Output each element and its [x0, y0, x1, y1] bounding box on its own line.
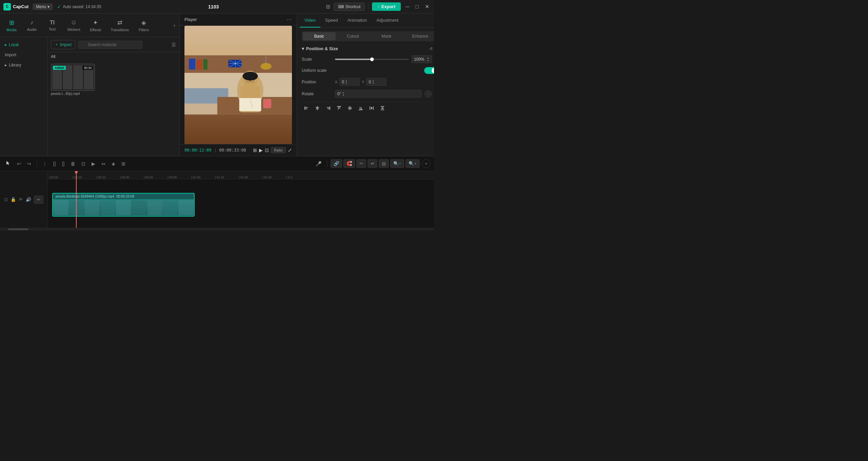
zoom-in-btn[interactable]: 🔍+ — [406, 159, 420, 168]
align-top-btn[interactable] — [334, 104, 344, 113]
player-menu-button[interactable]: ⋯ — [287, 16, 292, 23]
uniform-scale-toggle[interactable] — [424, 67, 434, 74]
tab-text[interactable]: TI Text — [42, 17, 62, 34]
tab-media[interactable]: ⊞ Media — [1, 16, 22, 35]
sidebar-item-library[interactable]: ▶ Library — [0, 60, 47, 70]
trim-right-btn[interactable]: |] — [60, 160, 67, 168]
align-left-btn[interactable] — [302, 104, 311, 113]
crop-btn[interactable]: ⊡ — [79, 160, 87, 168]
subtab-basic[interactable]: Basic — [303, 32, 336, 40]
import-button[interactable]: ＋ Import — [51, 40, 75, 49]
scale-slider[interactable] — [335, 59, 409, 60]
select-tool-btn[interactable] — [3, 159, 13, 168]
media-item[interactable]: Added 00:34 pexels-t...80p).mp4 — [51, 64, 95, 153]
media-menu-button[interactable]: ☰ — [172, 42, 176, 47]
tab-speed[interactable]: Speed — [320, 14, 343, 27]
split-btn[interactable]: ⋮ — [40, 160, 49, 168]
autosave-check-icon: ✓ — [57, 4, 61, 9]
shortcut-button[interactable]: ⌨ Shortcut — [334, 3, 365, 11]
fullscreen-btn[interactable]: ⤢ — [288, 147, 292, 153]
scale-down-btn[interactable]: ▼ — [427, 59, 430, 62]
tab-video[interactable]: Video — [300, 14, 320, 27]
cut-btn[interactable]: ✂ — [356, 159, 366, 168]
scale-slider-area: 100% ▲ ▼ — [335, 55, 432, 63]
tab-adjustment[interactable]: Adjustment — [372, 14, 403, 27]
align-distribute-v-btn[interactable] — [378, 104, 387, 113]
align-bottom-btn[interactable] — [356, 104, 366, 113]
main-area: ⊞ Media ♪ Audio TI Text ☺ Stickers ✦ Eff… — [0, 14, 434, 156]
track-lock-icon-btn[interactable]: 🔒 — [11, 197, 16, 202]
redo-btn[interactable]: ↪ — [25, 160, 33, 168]
link-audio-btn[interactable]: 🔗 — [331, 159, 342, 168]
tab-effects[interactable]: ✦ Effects — [85, 16, 106, 35]
minimize-button[interactable]: ─ — [404, 4, 411, 10]
x-down-btn[interactable]: ▼ — [345, 82, 348, 84]
tab-filters[interactable]: ◈ Filters — [134, 16, 154, 35]
maximize-button[interactable]: □ — [414, 4, 420, 10]
export-button[interactable]: ↑ Export — [372, 2, 401, 11]
video-clip[interactable]: pexels-thirdman-5649464 (1080p).mp4 00:0… — [52, 193, 195, 217]
subtab-cutout[interactable]: Cutout — [336, 32, 369, 40]
subtab-mask[interactable]: Mask — [370, 32, 403, 40]
add-track-btn[interactable]: ＋ — [422, 159, 431, 168]
color-btn[interactable]: ◈ — [110, 160, 117, 168]
timeline-scrollbar[interactable] — [0, 228, 434, 230]
trim-left-btn[interactable]: [| — [51, 160, 58, 168]
tri-library-icon: ▶ — [5, 64, 7, 67]
sidebar-item-import[interactable]: Import — [0, 50, 47, 60]
tab-transitions[interactable]: ⇄ Transitions — [106, 16, 134, 35]
play-button[interactable]: ▶ — [259, 147, 263, 153]
nav-expand-button[interactable]: › — [171, 20, 178, 31]
screenshot-btn[interactable]: ⊡ — [265, 147, 269, 153]
y-input[interactable]: 0 ▲ ▼ — [366, 78, 387, 86]
grid-view-btn[interactable]: ⊞ — [253, 147, 257, 153]
zoom-out-btn[interactable]: 🔍− — [390, 159, 405, 168]
svg-rect-51 — [381, 107, 383, 109]
tab-animation[interactable]: Animation — [342, 14, 372, 27]
y-up-btn[interactable]: ▲ — [372, 79, 375, 82]
scale-input[interactable]: 100% ▲ ▼ — [412, 55, 432, 63]
layout-icon-btn[interactable]: ⊞ — [326, 3, 330, 10]
magnetic-btn[interactable]: 🧲 — [343, 159, 355, 168]
audio-monitor-btn[interactable]: 🎤 — [314, 160, 323, 168]
search-input[interactable] — [78, 41, 142, 49]
track-eye-icon-btn[interactable]: 👁 — [19, 197, 23, 202]
align-distribute-h-btn[interactable] — [367, 104, 376, 113]
align-vcenter-btn[interactable] — [345, 104, 355, 113]
search-wrapper: 🔍 — [78, 41, 169, 49]
undo-btn[interactable]: ↩ — [15, 160, 23, 168]
crop-tool-btn[interactable]: ⊞ — [119, 160, 127, 168]
delete-btn[interactable]: 🗑 — [68, 160, 77, 168]
subtab-enhance[interactable]: Enhance — [404, 32, 434, 40]
tab-stickers[interactable]: ☺ Stickers — [62, 16, 85, 34]
scrollbar-thumb[interactable] — [8, 228, 28, 230]
align-right-btn[interactable] — [323, 104, 333, 113]
split-audio-btn[interactable]: ⇌ — [368, 159, 377, 168]
rotate-up-btn[interactable]: ▲ — [342, 91, 345, 94]
media-sidebar: ▶ Local Import ▶ Library — [0, 37, 47, 156]
reset-button[interactable]: ↺ — [429, 46, 433, 51]
ratio-button[interactable]: Ratio — [271, 147, 286, 153]
x-up-btn[interactable]: ▲ — [345, 79, 348, 82]
section-caret-icon: ▾ — [302, 46, 304, 51]
rotate-reset-btn[interactable]: － — [425, 90, 432, 98]
rotate-down-btn[interactable]: ▼ — [342, 94, 345, 96]
close-button[interactable]: ✕ — [423, 3, 431, 10]
player-title: Player — [184, 17, 197, 22]
track-edit-btn[interactable]: ✏ — [34, 196, 43, 204]
flip-h-btn[interactable]: ⇔ — [99, 160, 107, 168]
x-input[interactable]: 0 ▲ ▼ — [339, 78, 360, 86]
y-down-btn[interactable]: ▼ — [372, 82, 375, 84]
time-current: 00:00:12:09 — [184, 148, 211, 153]
align-hcenter-btn[interactable] — [313, 104, 322, 113]
sidebar-item-local[interactable]: ▶ Local — [0, 40, 47, 49]
track-audio-icon-btn[interactable]: 🔊 — [26, 197, 31, 202]
scale-up-btn[interactable]: ▲ — [427, 57, 430, 59]
menu-button[interactable]: Menu ▾ — [33, 3, 53, 10]
tab-audio[interactable]: ♪ Audio — [22, 16, 42, 34]
track-video-icon-btn[interactable]: ⊡ — [4, 197, 8, 202]
play-btn[interactable]: ▶ — [90, 160, 97, 168]
rotate-input[interactable]: 0° ▲ ▼ — [335, 90, 422, 98]
subtitle-btn[interactable]: ▤ — [379, 159, 389, 168]
svg-rect-40 — [348, 108, 352, 108]
